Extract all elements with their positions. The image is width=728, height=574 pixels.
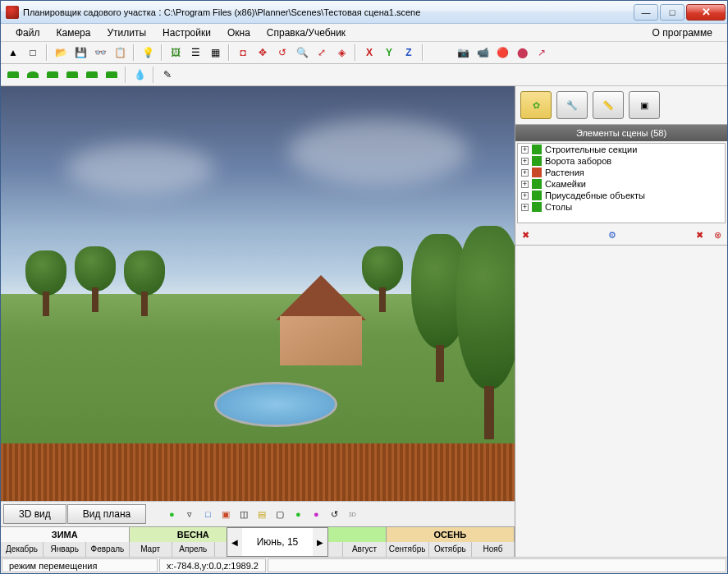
month-aug[interactable]: Август [343, 542, 386, 557]
tree-item-3[interactable]: +Скамейки [518, 178, 725, 190]
camera3-icon[interactable]: 🔴 [493, 44, 511, 62]
expand-icon[interactable]: + [521, 158, 529, 165]
tool10-icon[interactable]: 3D [344, 506, 360, 522]
list-icon[interactable]: ☰ [186, 44, 204, 62]
expand-icon[interactable]: + [521, 169, 529, 177]
pointer-icon[interactable]: ▲ [4, 44, 22, 62]
month-mar[interactable]: Март [130, 542, 172, 557]
tree-item-5[interactable]: +Столы [518, 201, 725, 213]
season-autumn[interactable]: ОСЕНЬ [387, 527, 515, 542]
3d-viewport[interactable] [1, 86, 515, 501]
tool1-icon[interactable]: ▿ [181, 506, 198, 522]
terrain-lower-icon[interactable] [83, 66, 101, 84]
month-feb[interactable]: Февраль [86, 542, 129, 557]
main-toolbar: ▲ □ 📂 💾 👓 📋 💡 🖼 ☰ ▦ ◘ ✥ ↺ 🔍 ⤢ ◈ X Y Z 📷 … [1, 42, 727, 64]
image-icon[interactable]: 🖼 [167, 44, 185, 62]
tool-icon[interactable]: ◈ [332, 44, 350, 62]
tool9-icon[interactable]: ↺ [326, 506, 342, 522]
tab-box-icon[interactable]: ▣ [629, 91, 660, 119]
view-plan-button[interactable]: Вид плана [67, 504, 147, 524]
app-icon [6, 6, 19, 19]
zoom-icon[interactable]: 🔍 [293, 44, 311, 62]
terrain-hill-icon[interactable] [24, 66, 42, 84]
tree-item-1[interactable]: +Ворота заборов [518, 155, 725, 167]
menu-utils[interactable]: Утилиты [98, 25, 154, 41]
rotate-icon[interactable]: ↺ [273, 44, 291, 62]
minimize-button[interactable]: — [634, 4, 658, 21]
date-prev-button[interactable]: ◀ [227, 528, 242, 556]
box-icon[interactable]: ◘ [234, 44, 252, 62]
axis-y-button[interactable]: Y [380, 44, 398, 62]
expand-icon[interactable]: + [521, 181, 529, 188]
camera4-icon[interactable]: ⬤ [513, 44, 531, 62]
panel-header: Элементы сцены (58) [515, 125, 727, 141]
date-control: ◀ Июнь, 15 ▶ [227, 527, 328, 557]
scale-icon[interactable]: ⤢ [313, 44, 331, 62]
water-icon[interactable]: 💧 [130, 66, 149, 84]
config-icon[interactable]: ⚙ [605, 227, 620, 242]
tab-measure-icon[interactable]: 📏 [593, 91, 624, 119]
menu-settings[interactable]: Настройки [154, 25, 219, 41]
month-oct[interactable]: Октябрь [429, 542, 472, 557]
terrain-flat-icon[interactable] [4, 66, 22, 84]
yard-icon [532, 191, 542, 200]
menu-windows[interactable]: Окна [219, 25, 259, 41]
camera5-icon[interactable]: ↗ [533, 44, 551, 62]
terrain-raise-icon[interactable] [63, 66, 81, 84]
move-icon[interactable]: ✥ [254, 44, 272, 62]
save-icon[interactable]: 💾 [71, 44, 89, 62]
tool6-icon[interactable]: ▢ [272, 506, 288, 522]
tool2-icon[interactable]: □ [199, 506, 216, 522]
tab-scene-icon[interactable]: ✿ [520, 91, 552, 119]
expand-icon[interactable]: + [521, 146, 529, 154]
grid-icon[interactable]: ▦ [206, 44, 224, 62]
tool7-icon[interactable]: ● [290, 506, 306, 522]
view-controls: 3D вид Вид плана ● ▿ □ ▣ ◫ ▤ ▢ ● ● ↺ 3D [1, 501, 515, 526]
date-next-button[interactable]: ▶ [313, 528, 327, 556]
view-3d-button[interactable]: 3D вид [3, 504, 66, 524]
camera-icon[interactable]: 📷 [454, 44, 472, 62]
clear-icon[interactable]: ⊗ [710, 227, 725, 242]
delete-icon[interactable]: ✖ [518, 227, 533, 242]
tree-item-0[interactable]: +Строительные секции [518, 144, 725, 155]
scene-tree[interactable]: +Строительные секции +Ворота заборов +Ра… [517, 143, 726, 223]
month-jan[interactable]: Январь [43, 542, 86, 557]
menu-help[interactable]: Справка/Учебник [259, 25, 354, 41]
tool3-icon[interactable]: ▣ [217, 506, 234, 522]
menu-about[interactable]: О программе [644, 25, 721, 41]
axis-z-button[interactable]: Z [400, 44, 418, 62]
new-icon[interactable]: □ [24, 44, 42, 62]
month-apr[interactable]: Апрель [172, 542, 215, 557]
menu-file[interactable]: Файл [7, 25, 48, 41]
menu-camera[interactable]: Камера [48, 25, 99, 41]
fence-object [1, 443, 515, 501]
tree-item-2[interactable]: +Растения [518, 167, 725, 178]
month-dec[interactable]: Декабрь [1, 542, 43, 557]
axis-x-button[interactable]: X [360, 44, 378, 62]
tool8-icon[interactable]: ● [308, 506, 324, 522]
tool5-icon[interactable]: ▤ [254, 506, 270, 522]
copy-icon[interactable]: 📋 [111, 44, 129, 62]
month-nov[interactable]: Нояб [472, 542, 515, 557]
terrain-valley-icon[interactable] [43, 66, 62, 84]
expand-icon[interactable]: + [521, 192, 529, 200]
month-sep[interactable]: Сентябрь [387, 542, 429, 557]
close-button[interactable]: ✕ [686, 4, 726, 21]
timeline: ЗИМА ВЕСНА ТО ОСЕНЬ ◀ Июнь, 15 ▶ Декабрь… [1, 526, 515, 557]
tab-tools-icon[interactable]: 🔧 [556, 91, 588, 119]
tool4-icon[interactable]: ◫ [236, 506, 252, 522]
expand-icon[interactable]: + [521, 204, 529, 211]
camera2-icon[interactable]: 📹 [474, 44, 492, 62]
eyedropper-icon[interactable]: ✎ [158, 66, 176, 84]
maximize-button[interactable]: □ [660, 4, 685, 21]
pool-object [214, 382, 337, 427]
window-title: Планировщик садового участка : C:\Progra… [23, 7, 634, 18]
remove-icon[interactable]: ✖ [692, 227, 707, 242]
open-icon[interactable]: 📂 [52, 44, 70, 62]
terrain-smooth-icon[interactable] [103, 66, 121, 84]
tree-item-4[interactable]: +Приусадебные объекты [518, 190, 725, 201]
lightbulb-icon[interactable]: 💡 [139, 44, 157, 62]
season-winter[interactable]: ЗИМА [1, 527, 130, 542]
binoculars-icon[interactable]: 👓 [91, 44, 109, 62]
dot-green-icon[interactable]: ● [163, 506, 180, 522]
